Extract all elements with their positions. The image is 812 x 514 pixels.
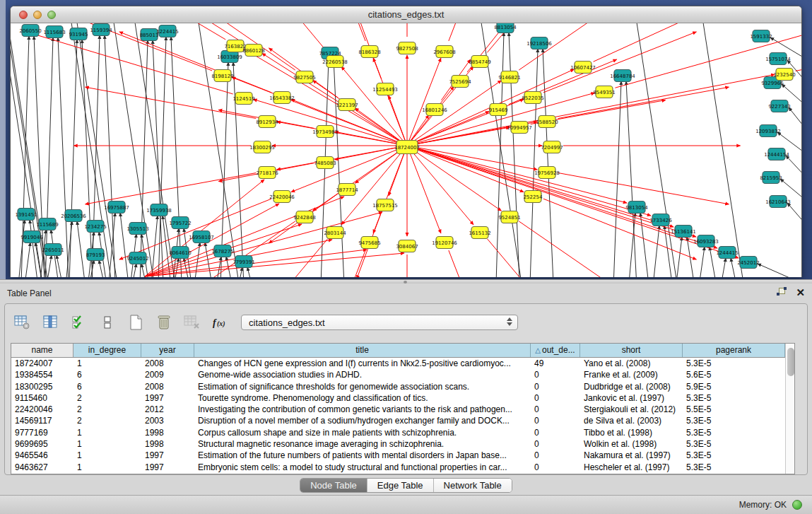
graph-node[interactable]: 18757515 [372,199,398,211]
table-row[interactable]: 1938455462009Genome-wide association stu… [11,369,785,380]
graph-node[interactable]: 19734983 [312,126,338,138]
graph-node[interactable]: 19120746 [432,237,457,249]
show-columns-icon[interactable] [39,311,63,334]
graph-node[interactable]: 18724007 [394,141,420,154]
graph-node[interactable]: 1591332 [750,30,772,42]
graph-node[interactable]: 2967608 [433,46,455,58]
cell-year[interactable]: 2012 [141,404,194,415]
network-graph-canvas[interactable]: 2060550111568393194511593948850131224415… [11,23,801,277]
cell-in_degree[interactable]: 1 [73,462,141,473]
graph-node[interactable]: 11254493 [372,83,398,95]
float-panel-icon[interactable] [777,287,787,298]
graph-node[interactable]: 7204997 [541,141,563,153]
cell-year[interactable]: 2009 [141,369,194,380]
cell-title[interactable]: Embryonic stem cells: a model to study s… [194,462,531,473]
graph-node[interactable]: 931945 [69,28,88,40]
cell-name[interactable]: 9463627 [11,462,73,473]
graph-node[interactable]: 12093832 [755,125,781,137]
cell-title[interactable]: Genome-wide association studies in ADHD. [194,369,531,380]
graph-node[interactable]: 252254 [524,191,543,203]
cell-year[interactable]: 2003 [141,415,194,426]
table-row[interactable]: 946554611997Estimation of the future num… [11,450,785,461]
graph-node[interactable]: 9227343 [768,100,790,112]
cell-out_de[interactable]: 0 [531,392,580,404]
column-header-name[interactable]: name [11,344,73,357]
tab-edge-table[interactable]: Edge Table [367,479,434,492]
graph-node[interactable]: 16801246 [422,104,447,116]
graph-node[interactable]: 10607427 [570,62,596,74]
cell-pagerank[interactable]: 5.3E-5 [683,450,785,461]
cell-in_degree[interactable]: 1 [73,450,141,461]
graph-node[interactable]: 9827508 [396,42,418,54]
cell-short[interactable]: Tibbo et al. (1998) [580,427,683,438]
cell-pagerank[interactable]: 5.3E-5 [683,415,785,426]
graph-node[interactable]: 8522035 [522,92,543,104]
cell-in_degree[interactable]: 6 [73,381,141,392]
cell-out_de[interactable]: 0 [531,369,580,380]
table-row[interactable]: 1872400712008Changes of HCN gene express… [11,358,785,369]
cell-title[interactable]: Tourette syndrome. Phenomenology and cla… [194,392,531,404]
cell-out_de[interactable]: 0 [531,404,580,415]
select-all-icon[interactable] [67,311,91,334]
window-titlebar[interactable]: citations_edges.txt [11,6,801,23]
graph-node[interactable]: 16648784 [610,70,635,82]
graph-node[interactable]: 2803144 [324,227,346,239]
graph-node[interactable]: 2265011 [42,244,64,256]
table-options-icon[interactable] [11,311,35,334]
tab-network-table[interactable]: Network Table [434,479,512,492]
graph-node[interactable]: 1615132 [469,227,490,239]
cell-out_de[interactable]: 0 [531,427,580,438]
graph-node[interactable]: 1232540 [773,69,795,81]
graph-node[interactable]: 8912934 [256,116,278,128]
graph-node[interactable]: 1244415 [716,247,738,259]
cell-out_de[interactable]: 0 [531,438,580,450]
cell-out_de[interactable]: 0 [531,381,580,392]
graph-node[interactable]: 1678275 [211,245,233,257]
graph-node[interactable]: 8064610 [169,247,191,259]
cell-year[interactable]: 1997 [141,450,194,461]
cell-short[interactable]: Jankovic et al. (1997) [580,392,683,404]
cell-out_de[interactable]: 0 [531,415,580,426]
graph-node[interactable]: 1224415 [156,25,178,37]
cell-short[interactable]: Hescheler et al. (1997) [580,462,683,473]
graph-node[interactable]: 1795722 [169,217,191,229]
cell-name[interactable]: 19384554 [11,369,73,380]
graph-node[interactable]: 1305513 [126,223,148,235]
table-row[interactable]: 1830029562008Estimation of significance … [11,381,785,392]
graph-node[interactable]: 16210643 [765,196,791,208]
graph-node[interactable]: 9146821 [498,71,520,83]
graph-node[interactable]: 7799391 [233,256,254,268]
graph-node[interactable]: 879193 [86,249,105,261]
cell-short[interactable]: de Silva et al. (2003) [580,415,683,426]
cell-pagerank[interactable]: 5.6E-5 [683,369,785,380]
table-row[interactable]: 977716911998Corpus callosum shape and si… [11,427,785,438]
cell-in_degree[interactable]: 2 [73,404,141,415]
zoom-window-icon[interactable] [47,11,56,19]
graph-node[interactable]: 9475685 [358,237,380,249]
column-header-short[interactable]: short [580,344,683,357]
cell-name[interactable]: 9115460 [11,392,73,404]
graph-node[interactable]: 20206536 [61,210,86,222]
cell-name[interactable]: 22420046 [11,404,73,415]
table-row[interactable]: 1456911722003Disruption of a novel membe… [11,415,785,426]
minimize-window-icon[interactable] [33,11,42,19]
graph-node[interactable]: 9919046 [20,231,43,243]
cell-pagerank[interactable]: 5.3E-5 [683,358,785,369]
cell-year[interactable]: 2008 [141,381,194,392]
graph-node[interactable]: 8215953 [760,172,782,184]
cell-title[interactable]: Investigating the contribution of common… [194,404,531,415]
cell-in_degree[interactable]: 1 [73,427,141,438]
cell-year[interactable]: 2008 [141,358,194,369]
cell-short[interactable]: Dudbridge et al. (2008) [580,381,683,392]
graph-node[interactable]: 8860128 [242,45,264,57]
cell-short[interactable]: Yano et al. (2008) [580,358,683,369]
cell-title[interactable]: Corpus callosum shape and size in male p… [194,427,531,438]
cell-short[interactable]: Stergiakouli et al. (2012) [580,404,683,415]
cell-pagerank[interactable]: 5.3E-5 [683,427,785,438]
function-builder-icon[interactable]: f(x) [208,311,233,334]
cell-title[interactable]: Changes of HCN gene expression and I(f) … [194,358,531,369]
new-column-icon[interactable] [124,311,148,334]
unselect-all-icon[interactable] [95,311,119,334]
scrollbar-thumb[interactable] [787,348,794,376]
table-row[interactable]: 2242004622012Investigating the contribut… [11,404,785,415]
